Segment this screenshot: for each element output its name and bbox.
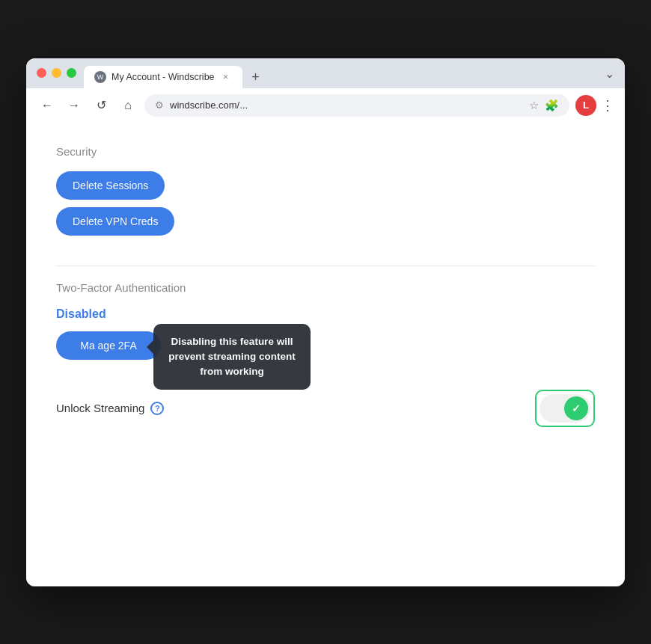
close-window-button[interactable]: [37, 68, 46, 78]
delete-sessions-button[interactable]: Delete Sessions: [56, 171, 165, 200]
manage-2fa-button[interactable]: Ma age 2FA: [56, 331, 161, 360]
two-factor-title: Two-Factor Authentication: [56, 281, 595, 294]
toggle-check-icon: ✓: [572, 402, 581, 414]
tab-favicon: W: [94, 71, 106, 83]
maximize-window-button[interactable]: [67, 68, 76, 78]
two-factor-section: Two-Factor Authentication Disabled Ma ag…: [56, 281, 595, 367]
new-tab-button[interactable]: +: [245, 67, 266, 88]
unlock-streaming-row: Unlock Streaming ? ✓: [56, 390, 595, 427]
browser-window: W My Account - Windscribe × + ⌄ ← → ↺ ⌂ …: [26, 58, 625, 586]
nav-right: L ⋮: [575, 95, 614, 116]
address-text: windscribe.com/...: [170, 99, 523, 111]
user-avatar[interactable]: L: [575, 95, 596, 116]
browser-more-button[interactable]: ⋮: [601, 97, 614, 114]
address-bar[interactable]: ⚙ windscribe.com/... ☆ 🧩: [144, 94, 569, 117]
home-button[interactable]: ⌂: [117, 95, 138, 116]
security-section: Security Delete Sessions Delete VPN Cred…: [56, 145, 595, 243]
tab-area: W My Account - Windscribe × +: [84, 66, 597, 88]
bookmark-icon[interactable]: ☆: [529, 99, 539, 112]
security-title: Security: [56, 145, 595, 158]
unlock-streaming-label: Unlock Streaming ?: [56, 402, 164, 415]
unlock-streaming-toggle-container: ✓: [535, 390, 595, 427]
title-bar: W My Account - Windscribe × + ⌄: [26, 58, 625, 88]
extension-icon: 🧩: [545, 99, 559, 112]
two-factor-status: Disabled: [56, 307, 595, 321]
section-divider: [56, 266, 595, 266]
page-content: Security Delete Sessions Delete VPN Cred…: [26, 123, 625, 586]
traffic-lights: [37, 68, 76, 85]
forward-button[interactable]: →: [64, 95, 85, 116]
unlock-streaming-toggle[interactable]: ✓: [540, 394, 590, 423]
active-tab[interactable]: W My Account - Windscribe ×: [84, 66, 242, 88]
delete-vpn-creds-button[interactable]: Delete VPN Creds: [56, 207, 174, 236]
tooltip-text: Disabling this feature will prevent stre…: [168, 336, 296, 378]
address-settings-icon: ⚙: [155, 99, 164, 111]
manage-2fa-wrapper: Ma age 2FA Disabling this feature will p…: [56, 331, 161, 367]
manage-2fa-label: Ma age 2FA: [80, 340, 137, 352]
tooltip-popup: Disabling this feature will prevent stre…: [153, 324, 311, 390]
tab-close-button[interactable]: ×: [220, 71, 232, 83]
unlock-streaming-text: Unlock Streaming: [56, 402, 144, 414]
back-button[interactable]: ←: [37, 95, 58, 116]
tab-title: My Account - Windscribe: [111, 72, 215, 82]
toggle-knob: ✓: [564, 396, 588, 420]
reload-button[interactable]: ↺: [91, 95, 111, 116]
minimize-window-button[interactable]: [52, 68, 61, 78]
tab-more-button[interactable]: ⌄: [605, 67, 614, 87]
nav-bar: ← → ↺ ⌂ ⚙ windscribe.com/... ☆ 🧩 L ⋮: [26, 88, 625, 123]
info-icon[interactable]: ?: [150, 402, 164, 415]
